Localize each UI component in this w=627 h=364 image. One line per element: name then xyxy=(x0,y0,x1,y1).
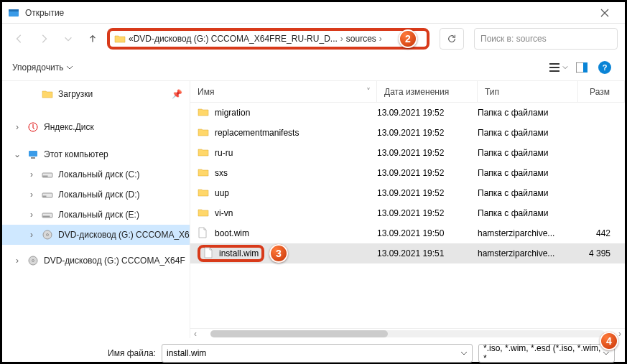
organize-menu[interactable]: Упорядочить xyxy=(12,62,73,73)
tree-dvd-g[interactable]: ›DVD-дисковод (G:) CCCOMA_X6 xyxy=(2,225,190,245)
breadcrumb-item[interactable]: sources xyxy=(346,34,376,44)
file-type: Папка с файлами xyxy=(478,168,578,178)
col-type[interactable]: Тип xyxy=(478,81,578,102)
folder-icon xyxy=(198,207,210,220)
chevron-right-icon: › xyxy=(340,34,343,44)
preview-pane-button[interactable] xyxy=(572,57,592,78)
col-date[interactable]: Дата изменения xyxy=(377,81,478,102)
column-headers: Имя˅ Дата изменения Тип Разм xyxy=(190,81,625,103)
file-type: hamsterziparchive... xyxy=(478,248,578,258)
filename-input[interactable]: install.wim xyxy=(162,344,473,363)
file-row[interactable]: install.wim313.09.2021 19:51hamsterzipar… xyxy=(190,243,625,263)
tree-disk-d[interactable]: ›Локальный диск (D:) xyxy=(2,185,190,205)
file-type: Папка с файлами xyxy=(478,208,578,218)
file-name: boot.wim xyxy=(215,228,249,238)
file-date: 13.09.2021 19:52 xyxy=(377,208,478,218)
navigation-tree: Загрузки📌 ›Яндекс.Диск ⌄Этот компьютер ›… xyxy=(2,81,190,338)
col-name[interactable]: Имя˅ xyxy=(190,81,377,102)
back-button[interactable] xyxy=(9,29,29,49)
svg-rect-6 xyxy=(31,157,35,159)
file-date: 13.09.2021 19:51 xyxy=(377,248,478,258)
callout-marker-4: 4 xyxy=(600,332,618,350)
close-button[interactable] xyxy=(590,3,619,23)
file-name: replacementmanifests xyxy=(215,128,299,138)
tree-thispc[interactable]: ⌄Этот компьютер xyxy=(2,144,190,164)
callout-marker-2: 2 xyxy=(399,29,417,48)
horizontal-scrollbar[interactable]: ‹› xyxy=(190,328,625,338)
pin-icon: 📌 xyxy=(172,89,182,99)
forward-button[interactable] xyxy=(34,29,54,49)
chevron-down-icon xyxy=(66,64,73,71)
file-type-filter[interactable]: *.iso, *.wim, *.esd (*.iso, *.wim, * 4 xyxy=(478,344,615,363)
file-row[interactable]: migration13.09.2021 19:52Папка с файлами xyxy=(190,103,625,123)
file-type: Папка с файлами xyxy=(478,188,578,198)
tree-downloads[interactable]: Загрузки📌 xyxy=(2,84,190,104)
file-icon xyxy=(203,247,216,260)
file-type: Папка с файлами xyxy=(478,148,578,158)
folder-icon xyxy=(198,146,210,159)
window-title: Открытие xyxy=(25,8,590,18)
refresh-button[interactable] xyxy=(440,28,464,50)
folder-icon xyxy=(198,126,210,139)
file-date: 13.09.2021 19:52 xyxy=(377,148,478,158)
file-type: Папка с файлами xyxy=(478,128,578,138)
file-date: 13.09.2021 19:52 xyxy=(377,168,478,178)
tree-disk-c[interactable]: ›Локальный диск (C:) xyxy=(2,164,190,185)
file-name: install.wim xyxy=(219,248,259,258)
folder-icon xyxy=(114,33,126,45)
svg-rect-8 xyxy=(43,176,47,177)
chevron-down-icon xyxy=(603,350,610,357)
file-row[interactable]: vi-vn13.09.2021 19:52Папка с файлами xyxy=(190,203,625,223)
app-icon xyxy=(8,7,19,19)
help-button[interactable]: ? xyxy=(595,57,615,78)
file-name: sxs xyxy=(215,168,228,178)
file-date: 13.09.2021 19:50 xyxy=(377,228,478,238)
chevron-down-icon xyxy=(460,350,468,357)
sort-arrow-icon: ˅ xyxy=(366,87,371,97)
view-options-button[interactable] xyxy=(549,57,569,78)
file-date: 13.09.2021 19:52 xyxy=(377,128,478,138)
breadcrumb-prefix: « xyxy=(129,34,134,44)
tree-dvd-g-ext[interactable]: ›DVD-дисковод (G:) CCCOMA_X64F xyxy=(2,251,190,271)
file-row[interactable]: uup13.09.2021 19:52Папка с файлами xyxy=(190,183,625,203)
callout-marker-3: 3 xyxy=(269,244,288,263)
file-row[interactable]: replacementmanifests13.09.2021 19:52Папк… xyxy=(190,123,625,143)
folder-icon xyxy=(198,187,210,200)
file-name: migration xyxy=(215,108,250,118)
file-name: vi-vn xyxy=(215,208,233,218)
file-date: 13.09.2021 19:52 xyxy=(377,188,478,198)
file-name: ru-ru xyxy=(215,148,233,158)
file-row[interactable]: sxs13.09.2021 19:52Папка с файлами xyxy=(190,163,625,183)
file-row[interactable]: boot.wim13.09.2021 19:50hamsterziparchiv… xyxy=(190,223,625,243)
filename-label: Имя файла: xyxy=(12,348,156,358)
breadcrumb-item[interactable]: DVD-дисковод (G:) CCCOMA_X64FRE_RU-RU_D.… xyxy=(134,34,338,44)
svg-point-14 xyxy=(47,234,49,236)
file-size: 442 xyxy=(578,228,625,238)
file-type: hamsterziparchive... xyxy=(478,228,578,238)
search-input[interactable]: Поиск в: sources xyxy=(474,28,618,50)
file-date: 13.09.2021 19:52 xyxy=(377,108,478,118)
file-icon xyxy=(198,227,210,240)
svg-rect-3 xyxy=(583,62,587,73)
up-button[interactable] xyxy=(83,29,103,49)
tree-disk-e[interactable]: ›Локальный диск (E:) xyxy=(2,205,190,225)
tree-yandex[interactable]: ›Яндекс.Диск xyxy=(2,117,190,137)
file-name: uup xyxy=(215,188,229,198)
folder-icon xyxy=(198,167,210,179)
col-size[interactable]: Разм xyxy=(578,81,625,102)
file-row[interactable]: ru-ru13.09.2021 19:52Папка с файлами xyxy=(190,143,625,163)
search-placeholder: Поиск в: sources xyxy=(480,34,547,44)
svg-point-16 xyxy=(32,260,34,262)
svg-rect-5 xyxy=(29,151,37,157)
svg-rect-10 xyxy=(43,196,46,197)
chevron-right-icon: › xyxy=(379,34,382,44)
svg-rect-12 xyxy=(43,216,50,217)
file-size: 4 395 xyxy=(578,248,625,258)
file-type: Папка с файлами xyxy=(478,108,578,118)
folder-icon xyxy=(198,106,210,119)
file-list: migration13.09.2021 19:52Папка с файлами… xyxy=(190,103,625,328)
address-bar[interactable]: « DVD-дисковод (G:) CCCOMA_X64FRE_RU-RU_… xyxy=(107,28,429,50)
recent-dropdown[interactable] xyxy=(58,29,78,49)
svg-rect-1 xyxy=(9,9,19,11)
